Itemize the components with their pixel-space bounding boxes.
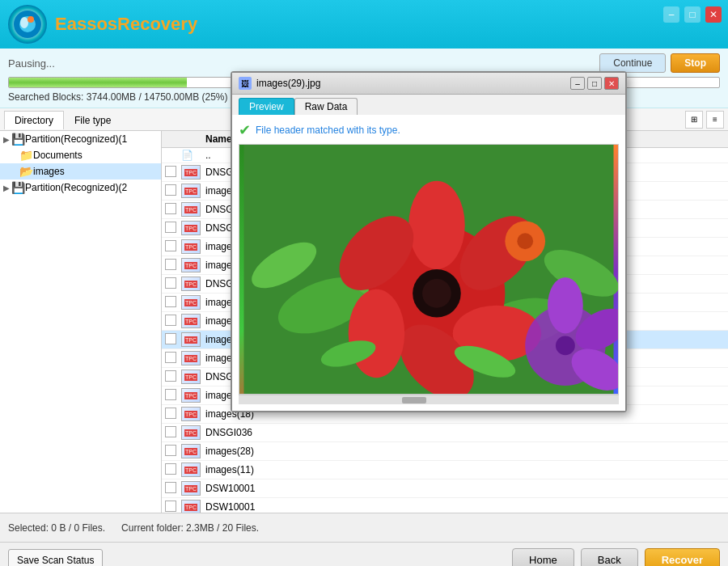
dialog-minimize-button[interactable]: – [570,77,585,90]
file-thumb: TPC [181,444,201,458]
selected-status: Selected: 0 B / 0 Files. [8,522,105,534]
view-grid-button[interactable]: ⊞ [685,111,703,129]
dialog-scrollbar[interactable] [239,395,619,404]
dialog-maximize-button[interactable]: □ [587,77,602,90]
dialog-tab-preview[interactable]: Preview [239,98,294,115]
dialog-status-msg: File header matched with its type. [256,125,400,136]
file-name: .. [205,150,211,161]
file-name: DSW10001 [205,501,255,513]
dialog-title: images(29).jpg [256,78,570,89]
file-thumb: TPC [181,295,201,310]
table-row[interactable]: TPC DNSGI036 [162,424,728,442]
file-thumb: TPC [181,332,201,347]
file-thumb: TPC [181,314,201,328]
tree-label: Partition(Recognized)(2 [25,182,127,193]
svg-point-18 [422,279,451,308]
file-thumb: TPC [181,463,201,477]
searched-blocks: Searched Blocks: 3744.00MB / 14750.00MB … [8,91,228,103]
dialog-content: ✔ File header matched with its type. [232,115,625,411]
file-thumb: TPC [181,165,201,180]
app-title: EassosRecovery [55,14,197,35]
tree-label: images [33,166,65,177]
scan-buttons: Continue Stop [599,53,720,73]
table-row[interactable]: TPC images(28) [162,442,728,461]
tree-arrow: ▶ [3,135,10,144]
tree-item-partition2[interactable]: ▶ 💾 Partition(Recognized)(2 [0,180,161,196]
folder-status: Current folder: 2.3MB / 20 Files. [121,522,259,534]
title-bar: EassosRecovery – □ ✕ [0,0,728,49]
svg-point-15 [349,289,405,378]
save-scan-button[interactable]: Save Scan Status [8,549,103,567]
continue-button[interactable]: Continue [599,53,666,73]
window-controls: – □ ✕ [663,6,722,23]
dialog-tabs: Preview Raw Data [232,95,625,115]
file-name: images(28) [205,446,254,457]
file-name: DSW10001 [205,483,255,494]
tree-label: Partition(Recognized)(1 [25,133,127,145]
maximize-button[interactable]: □ [684,6,700,23]
file-thumb: TPC [181,239,201,254]
app-logo [8,5,47,44]
stop-button[interactable]: Stop [671,53,720,73]
bottom-bar: Save Scan Status Home Back Recover [0,542,728,566]
file-thumb: TPC [181,425,201,440]
minimize-button[interactable]: – [663,6,679,23]
file-thumb: TPC [181,221,201,235]
file-name: DNSGI036 [205,427,252,438]
home-button[interactable]: Home [512,548,574,566]
svg-point-25 [517,233,533,249]
drive-icon: 💾 [11,181,25,194]
folder-icon: 📂 [19,165,33,178]
file-thumb: TPC [181,202,201,217]
svg-point-3 [28,16,34,23]
recover-button[interactable]: Recover [645,548,720,566]
tab-file-type[interactable]: File type [64,111,121,129]
dialog-status: ✔ File header matched with its type. [239,121,619,139]
svg-point-2 [20,17,28,28]
file-thumb: TPC [181,407,201,421]
table-row[interactable]: TPC images(11) [162,461,728,479]
view-buttons: ⊞ ≡ [685,111,724,129]
tree-item-images[interactable]: 📂 images [0,163,161,180]
dialog-window-controls: – □ ✕ [570,77,619,90]
file-thumb: TPC [181,277,201,291]
back-button[interactable]: Back [581,548,638,566]
dialog-close-button[interactable]: ✕ [604,77,619,90]
svg-point-11 [408,181,465,269]
icon-col [181,133,205,145]
svg-point-20 [548,277,583,334]
dialog-tab-rawdata[interactable]: Raw Data [294,98,358,115]
file-thumb: TPC [181,500,201,513]
preview-image [239,144,619,395]
file-thumb: TPC [181,370,201,384]
tree-item-partition1[interactable]: ▶ 💾 Partition(Recognized)(1 [0,131,161,147]
folder-icon: 📁 [19,149,33,162]
file-thumb: TPC [181,258,201,272]
table-row[interactable]: TPC DSW10001 [162,498,728,513]
nav-buttons: Home Back Recover [512,548,720,566]
scan-status-text: Pausing... [8,57,55,70]
svg-point-23 [556,336,575,355]
file-name: images(11) [205,464,254,475]
dialog-titlebar: 🖼 images(29).jpg – □ ✕ [232,73,625,95]
tree-panel: ▶ 💾 Partition(Recognized)(1 📁 Documents … [0,131,162,513]
view-list-button[interactable]: ≡ [706,111,724,129]
scrollbar-thumb [402,397,426,403]
check-col [165,133,181,145]
status-check-icon: ✔ [239,121,251,139]
status-bar: Selected: 0 B / 0 Files. Current folder:… [0,513,728,542]
close-button[interactable]: ✕ [705,6,722,23]
file-thumb: TPC [181,351,201,365]
dialog-icon: 🖼 [239,77,252,90]
tab-directory[interactable]: Directory [4,111,64,129]
tree-arrow: ▶ [3,184,10,192]
preview-dialog: 🖼 images(29).jpg – □ ✕ Preview Raw Data … [231,71,627,412]
drive-icon: 💾 [11,133,25,146]
file-thumb: TPC [181,184,201,198]
tree-item-documents[interactable]: 📁 Documents [0,147,161,163]
tree-label: Documents [33,150,83,161]
file-thumb: TPC [181,388,201,403]
progress-fill [9,78,187,87]
table-row[interactable]: TPC DSW10001 [162,479,728,498]
file-thumb: TPC [181,481,201,496]
